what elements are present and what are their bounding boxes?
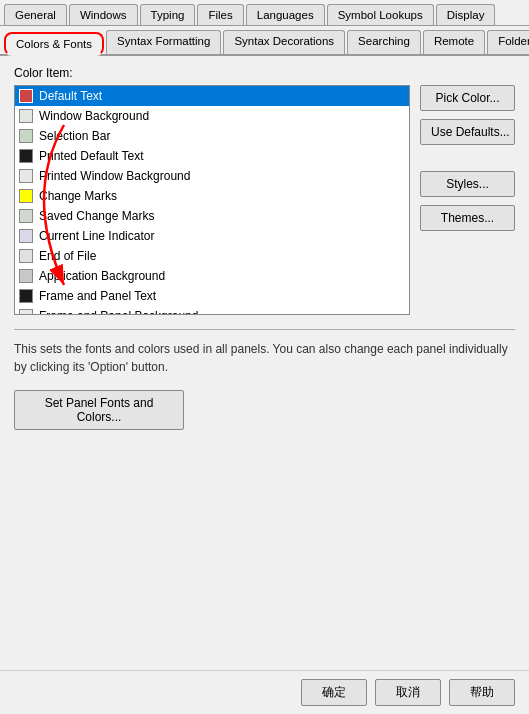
tab-display[interactable]: Display xyxy=(436,4,496,25)
color-swatch xyxy=(19,129,33,143)
list-item-label: Printed Default Text xyxy=(39,149,144,163)
color-item-label: Color Item: xyxy=(14,66,515,80)
tab-syntax-formatting[interactable]: Syntax Formatting xyxy=(106,30,221,54)
tab-files[interactable]: Files xyxy=(197,4,243,25)
list-item-label: Frame and Panel Background xyxy=(39,309,198,315)
list-item-label: Change Marks xyxy=(39,189,117,203)
tab-remote[interactable]: Remote xyxy=(423,30,485,54)
styles-button[interactable]: Styles... xyxy=(420,171,515,197)
tab-windows[interactable]: Windows xyxy=(69,4,138,25)
divider xyxy=(14,329,515,330)
footer: 确定 取消 帮助 xyxy=(0,670,529,714)
color-swatch xyxy=(19,309,33,315)
color-swatch xyxy=(19,249,33,263)
list-item[interactable]: Saved Change Marks xyxy=(15,206,409,226)
ok-button[interactable]: 确定 xyxy=(301,679,367,706)
tab-row-2: Colors & Fonts Syntax Formatting Syntax … xyxy=(0,26,529,56)
list-item[interactable]: Printed Window Background xyxy=(15,166,409,186)
button-panel: Pick Color... Use Defaults... Styles... … xyxy=(420,85,515,315)
color-swatch xyxy=(19,169,33,183)
color-swatch xyxy=(19,289,33,303)
tab-general[interactable]: General xyxy=(4,4,67,25)
color-list-box[interactable]: Default TextWindow BackgroundSelection B… xyxy=(14,85,410,315)
list-item[interactable]: Application Background xyxy=(15,266,409,286)
list-item[interactable]: End of File xyxy=(15,246,409,266)
tab-searching[interactable]: Searching xyxy=(347,30,421,54)
list-area: Default TextWindow BackgroundSelection B… xyxy=(14,85,515,315)
list-item-label: Selection Bar xyxy=(39,129,110,143)
color-swatch xyxy=(19,229,33,243)
list-item[interactable]: Window Background xyxy=(15,106,409,126)
list-item-label: Printed Window Background xyxy=(39,169,190,183)
use-defaults-button[interactable]: Use Defaults... xyxy=(420,119,515,145)
tab-syntax-decorations[interactable]: Syntax Decorations xyxy=(223,30,345,54)
tab-symbol-lookups[interactable]: Symbol Lookups xyxy=(327,4,434,25)
color-swatch xyxy=(19,269,33,283)
list-item[interactable]: Selection Bar xyxy=(15,126,409,146)
color-swatch xyxy=(19,209,33,223)
color-swatch xyxy=(19,89,33,103)
list-item[interactable]: Printed Default Text xyxy=(15,146,409,166)
cancel-button[interactable]: 取消 xyxy=(375,679,441,706)
list-item[interactable]: Change Marks xyxy=(15,186,409,206)
main-content: Color Item: Default TextWindow Backgroun… xyxy=(0,56,529,670)
list-item-label: End of File xyxy=(39,249,96,263)
list-item-label: Saved Change Marks xyxy=(39,209,154,223)
tab-colors-fonts[interactable]: Colors & Fonts xyxy=(4,32,104,56)
list-item[interactable]: Current Line Indicator xyxy=(15,226,409,246)
list-item[interactable]: Frame and Panel Text xyxy=(15,286,409,306)
pick-color-button[interactable]: Pick Color... xyxy=(420,85,515,111)
list-item-label: Frame and Panel Text xyxy=(39,289,156,303)
list-item-label: Default Text xyxy=(39,89,102,103)
list-item[interactable]: Frame and Panel Background xyxy=(15,306,409,315)
themes-button[interactable]: Themes... xyxy=(420,205,515,231)
color-swatch xyxy=(19,149,33,163)
help-button[interactable]: 帮助 xyxy=(449,679,515,706)
set-panel-fonts-button[interactable]: Set Panel Fonts and Colors... xyxy=(14,390,184,430)
color-swatch xyxy=(19,189,33,203)
description-text: This sets the fonts and colors used in a… xyxy=(14,340,515,376)
list-item-label: Current Line Indicator xyxy=(39,229,154,243)
tab-typing[interactable]: Typing xyxy=(140,4,196,25)
window: General Windows Typing Files Languages S… xyxy=(0,0,529,714)
list-item-label: Window Background xyxy=(39,109,149,123)
list-item[interactable]: Default Text xyxy=(15,86,409,106)
list-item-label: Application Background xyxy=(39,269,165,283)
tab-languages[interactable]: Languages xyxy=(246,4,325,25)
tab-row-1: General Windows Typing Files Languages S… xyxy=(0,0,529,26)
color-swatch xyxy=(19,109,33,123)
tab-folders[interactable]: Folders xyxy=(487,30,529,54)
color-list: Default TextWindow BackgroundSelection B… xyxy=(15,86,409,315)
